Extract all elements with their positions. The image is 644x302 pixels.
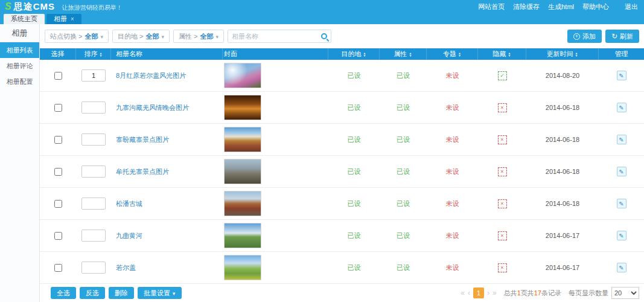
row-checkbox[interactable]	[54, 264, 62, 272]
album-name-link[interactable]: 寨盼藏寨景点图片	[116, 135, 169, 144]
hidden-status-icon[interactable]: ✓	[498, 71, 507, 80]
hidden-status-icon[interactable]: ×	[498, 135, 507, 144]
sort-icon[interactable]	[508, 52, 511, 57]
tab-album-label: 相册	[54, 14, 67, 24]
hidden-status-icon[interactable]: ×	[498, 263, 507, 272]
column-header-cover: 封面	[223, 48, 328, 60]
album-name-link[interactable]: 8月红原若尔盖风光图片	[116, 71, 186, 80]
table-row: 九寨沟藏羌风情晚会图片 已设 已设 未设 × 2014-06-18	[40, 92, 644, 124]
album-name-link[interactable]: 若尔盖	[116, 263, 136, 272]
per-page-control: 每页显示数量 20	[569, 287, 639, 299]
prev-page-button[interactable]: ‹	[468, 289, 470, 297]
select-all-button[interactable]: 全选	[51, 287, 76, 299]
link-site-home[interactable]: 网站首页	[478, 2, 505, 11]
sidebar-item-album-config[interactable]: 相册配置	[0, 74, 39, 89]
per-page-label: 每页显示数量	[569, 289, 608, 298]
sort-icon[interactable]	[363, 52, 366, 57]
attribute-status: 已设	[380, 60, 427, 91]
hidden-status-icon[interactable]: ×	[498, 231, 507, 240]
filter-bar: 站点切换 > 全部 目的地 > 全部 属性 > 全部	[45, 30, 331, 43]
invert-selection-button[interactable]: 反选	[80, 287, 105, 299]
sort-icon[interactable]	[409, 52, 412, 57]
destination-status: 已设	[328, 60, 380, 91]
column-header-album-name: 相册名称	[111, 48, 223, 60]
row-checkbox[interactable]	[54, 200, 62, 208]
add-button[interactable]: 添加	[567, 30, 602, 43]
order-input[interactable]	[81, 262, 106, 274]
sort-icon[interactable]	[100, 52, 103, 57]
delete-button[interactable]: 删除	[109, 287, 134, 299]
row-checkbox[interactable]	[54, 104, 62, 112]
per-page-select[interactable]: 20	[611, 287, 639, 299]
column-header-hidden[interactable]: 隐藏	[478, 48, 526, 60]
search-input[interactable]	[232, 33, 319, 40]
filter-site-switch[interactable]: 站点切换 > 全部	[45, 30, 109, 43]
filter-attribute[interactable]: 属性 > 全部	[173, 30, 224, 43]
album-name-link[interactable]: 牟托羌寨景点图片	[116, 167, 169, 176]
column-header-updated[interactable]: 更新时间	[526, 48, 599, 60]
updated-date: 2014-06-17	[526, 220, 599, 251]
tab-system-home[interactable]: 系统主页	[4, 14, 45, 24]
sidebar-item-album-comments[interactable]: 相册评论	[0, 58, 39, 74]
next-page-button[interactable]: ›	[487, 289, 489, 297]
edit-icon[interactable]	[617, 199, 626, 208]
order-input[interactable]	[81, 230, 106, 242]
hidden-status-icon[interactable]: ×	[498, 103, 507, 112]
top-navbar: S 思途CMS 让旅游营销轻而易举！ 网站首页 清除缓存 生成html 帮助中心…	[0, 0, 644, 14]
close-icon[interactable]: ×	[71, 14, 74, 24]
refresh-button[interactable]: 刷新	[605, 30, 639, 43]
hidden-status-icon[interactable]: ×	[498, 167, 507, 176]
summary-record-count: 17	[534, 289, 541, 297]
sidebar-item-album-list[interactable]: 相册列表	[0, 42, 39, 58]
last-page-button[interactable]: »	[493, 289, 497, 297]
refresh-icon	[611, 33, 617, 40]
record-summary: 总共1页共17条记录	[504, 289, 561, 298]
link-logout[interactable]: 退出	[625, 2, 638, 11]
row-checkbox[interactable]	[54, 72, 62, 80]
edit-icon[interactable]	[617, 103, 626, 112]
column-header-topic[interactable]: 专题	[427, 48, 478, 60]
album-name-link[interactable]: 九曲黄河	[116, 231, 142, 240]
filter-destination[interactable]: 目的地 > 全部	[112, 30, 170, 43]
link-clear-cache[interactable]: 清除缓存	[513, 2, 540, 11]
order-input[interactable]	[81, 101, 106, 114]
row-checkbox[interactable]	[54, 168, 62, 176]
batch-settings-button[interactable]: 批量设置	[138, 287, 182, 299]
filter-destination-value: 全部	[146, 32, 159, 41]
edit-icon[interactable]	[617, 167, 626, 176]
destination-status: 已设	[328, 252, 380, 283]
summary-text: 页共	[521, 289, 534, 297]
hidden-status-icon[interactable]: ×	[498, 199, 507, 208]
first-page-button[interactable]: «	[461, 289, 465, 297]
filter-attribute-label: 属性 >	[179, 32, 197, 41]
topic-status: 未设	[427, 60, 478, 91]
row-checkbox[interactable]	[54, 136, 62, 144]
edit-icon[interactable]	[617, 231, 626, 240]
album-name-link[interactable]: 九寨沟藏羌风情晚会图片	[116, 103, 189, 112]
current-page-button[interactable]: 1	[473, 288, 484, 298]
sort-icon[interactable]	[575, 52, 578, 57]
order-input[interactable]	[81, 69, 106, 82]
link-help-center[interactable]: 帮助中心	[582, 2, 609, 11]
sort-icon[interactable]	[458, 52, 461, 57]
batch-settings-label: 批量设置	[144, 289, 170, 298]
topic-status: 未设	[427, 188, 478, 219]
chevron-down-icon	[162, 33, 165, 40]
search-icon[interactable]	[321, 33, 327, 39]
link-generate-html[interactable]: 生成html	[548, 2, 574, 11]
column-header-attribute[interactable]: 属性	[380, 48, 427, 60]
row-checkbox[interactable]	[54, 232, 62, 240]
column-header-destination[interactable]: 目的地	[328, 48, 380, 60]
edit-icon[interactable]	[617, 71, 626, 80]
cover-image	[224, 159, 261, 184]
order-input[interactable]	[81, 198, 106, 210]
edit-icon[interactable]	[617, 135, 626, 144]
table-row: 九曲黄河 已设 已设 未设 × 2014-06-17	[40, 220, 644, 252]
edit-icon[interactable]	[617, 263, 626, 272]
album-name-link[interactable]: 松潘古城	[116, 199, 142, 208]
order-input[interactable]	[81, 165, 106, 178]
tab-album[interactable]: 相册 ×	[46, 14, 81, 24]
column-header-order[interactable]: 排序	[76, 48, 111, 60]
order-input[interactable]	[81, 133, 106, 146]
filter-site-label: 站点切换 >	[50, 32, 82, 41]
